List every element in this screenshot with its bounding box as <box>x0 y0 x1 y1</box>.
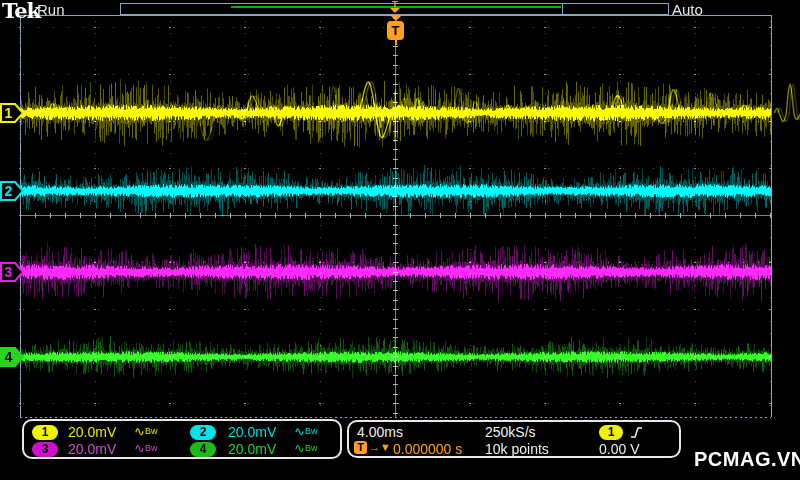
record-length: 10k points <box>485 441 549 457</box>
acquisition-status: Run <box>37 1 65 18</box>
trigger-arrows-icon: →▼ <box>369 441 391 453</box>
channel-3-badge: 3 <box>32 442 58 457</box>
tek-logo: Tek <box>2 0 40 23</box>
trigger-level-readout: 0.00 V <box>599 441 639 457</box>
record-view-divider <box>562 4 563 14</box>
channel-readout-box: 1 20.0mV ∿Bw 2 20.0mV ∿Bw 3 20.0mV ∿Bw 4… <box>22 419 342 459</box>
channel-1-scale: 20.0mV <box>68 424 116 440</box>
channel-3-marker: 3 <box>0 262 25 282</box>
channel-3-coupling-bw-icon: ∿Bw <box>134 441 157 456</box>
svg-text:1: 1 <box>5 105 13 121</box>
channel-2-marker: 2 <box>0 181 25 201</box>
channel-1-badge: 1 <box>32 425 58 440</box>
channel-3-scale: 20.0mV <box>68 441 116 457</box>
channel-4-coupling-bw-icon: ∿Bw <box>294 441 317 456</box>
trigger-t-icon: T <box>354 441 367 454</box>
channel-1-coupling-bw-icon: ∿Bw <box>134 424 157 439</box>
waveform-display <box>0 0 800 480</box>
channel-4-marker: 4 <box>0 347 25 367</box>
trigger-t-icon: T <box>387 21 404 40</box>
channel-2-coupling-bw-icon: ∿Bw <box>294 424 317 439</box>
horizontal-trigger-readout-box: 4.00ms 250kS/s 1 T →▼ 0.000000 s 10k poi… <box>347 420 681 458</box>
channel-4-badge: 4 <box>190 442 216 457</box>
channel-4-scale: 20.0mV <box>228 441 276 457</box>
sample-rate: 250kS/s <box>485 424 536 440</box>
svg-text:4: 4 <box>5 349 13 365</box>
oscilloscope-screen: Tek Run T Auto T 1 2 3 4 1 20.0mV ∿Bw 2 … <box>0 0 800 480</box>
trigger-mode-label: Auto <box>672 1 703 18</box>
watermark: PCMAG.VN <box>694 448 800 471</box>
rising-edge-icon <box>630 426 643 439</box>
record-trigger-marker-icon: T <box>388 0 402 13</box>
trigger-source-badge: 1 <box>599 425 623 440</box>
svg-text:3: 3 <box>5 264 13 280</box>
horizontal-scale: 4.00ms <box>357 424 403 440</box>
channel-2-scale: 20.0mV <box>228 424 276 440</box>
svg-text:2: 2 <box>5 183 13 199</box>
trigger-position-readout: 0.000000 s <box>393 441 462 457</box>
channel-2-badge: 2 <box>190 425 216 440</box>
trigger-position-marker: T <box>386 15 405 45</box>
channel-1-marker: 1 <box>0 103 25 123</box>
